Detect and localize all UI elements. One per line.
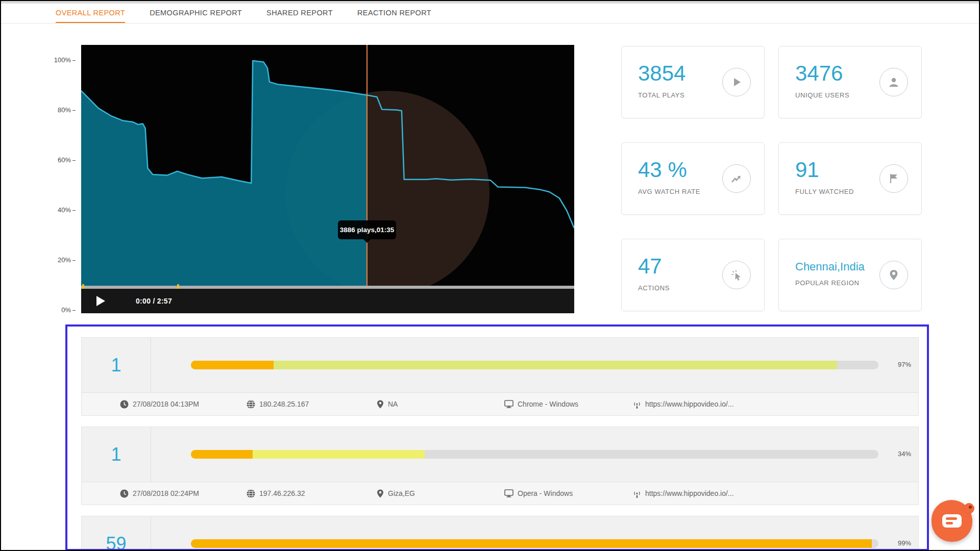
video-player[interactable]: 3886 plays,01:35 0:00 / 2:57 — [81, 45, 574, 313]
play-icon — [722, 68, 751, 96]
session-details-strip: 27/08/2018 02:24PM 197.46.226.32 Giza,EG… — [82, 482, 918, 505]
watch-percent-label: 99% — [898, 539, 911, 547]
y-axis-label-60: 60% — [50, 156, 76, 164]
watch-percent-label: 34% — [898, 450, 911, 458]
watch-percent-label: 97% — [898, 361, 911, 368]
broadcast-icon — [633, 489, 641, 498]
session-browser-text: Opera - Windows — [518, 489, 573, 497]
tab-reaction-report[interactable]: REACTION REPORT — [357, 4, 431, 23]
session-play-count: 59 — [82, 516, 151, 551]
session-ip: 197.46.226.32 — [247, 482, 305, 505]
watch-progress-cell: 99% — [151, 516, 918, 551]
tab-demographic-report[interactable]: DEMOGRAPHIC REPORT — [150, 4, 242, 23]
session-ip-text: 180.248.25.167 — [259, 400, 309, 408]
map-pin-icon — [377, 400, 384, 409]
session-play-count: 1 — [82, 338, 151, 392]
stat-card-total-plays: 3854 TOTAL PLAYS — [621, 46, 765, 118]
cursor-click-icon — [722, 261, 751, 289]
session-datetime-text: 27/08/2018 04:13PM — [133, 400, 199, 408]
session-ip: 180.248.25.167 — [247, 393, 309, 415]
session-datetime: 27/08/2018 04:13PM — [120, 393, 199, 415]
globe-icon — [247, 400, 255, 409]
viewer-session-row[interactable]: 1 34% 27/08/2018 02:24PM 197.46.226.32 — [81, 427, 919, 505]
stat-card-avg-watch-rate: 43 % AVG WATCH RATE — [621, 142, 765, 215]
y-axis-label-20: 20% — [50, 256, 76, 264]
user-icon — [879, 68, 908, 96]
trend-up-icon — [722, 164, 751, 193]
report-tabs-bar: OVERALL REPORT DEMOGRAPHIC REPORT SHARED… — [1, 4, 979, 23]
tab-shared-report[interactable]: SHARED REPORT — [266, 4, 333, 23]
stat-card-popular-region: Chennai,India POPULAR REGION — [778, 239, 922, 311]
session-ip-text: 197.46.226.32 — [259, 489, 305, 497]
y-axis-label-100: 100% — [50, 56, 76, 64]
watched-area-fill — [81, 61, 367, 311]
video-controls-bar: 0:00 / 2:57 — [81, 289, 574, 313]
stats-grid: 3854 TOTAL PLAYS 3476 UNIQUE USERS 43 % … — [621, 46, 922, 311]
y-axis-label-0: 0% — [50, 306, 76, 314]
session-datetime-text: 27/08/2018 02:24PM — [133, 489, 199, 497]
chart-tooltip-label: 3886 plays,01:35 — [340, 226, 395, 234]
watch-progress-bar — [191, 450, 878, 459]
clock-icon — [120, 400, 129, 409]
session-source-url[interactable]: https://www.hippovideo.io/... — [633, 393, 734, 415]
session-details-strip: 27/08/2018 04:13PM 180.248.25.167 NA Chr… — [82, 392, 918, 415]
flag-icon — [879, 164, 908, 193]
session-location-text: Giza,EG — [388, 489, 415, 497]
session-source-url[interactable]: https://www.hippovideo.io/... — [633, 482, 734, 505]
tab-overall-report[interactable]: OVERALL REPORT — [56, 4, 125, 23]
watch-progress-bar — [191, 361, 878, 369]
viewer-sessions-panel: 1 97% 27/08/2018 04:13PM 180.248.25.167 — [65, 324, 929, 551]
play-button[interactable] — [96, 296, 105, 306]
session-browser-text: Chrome - Windows — [518, 400, 578, 408]
clock-icon — [120, 489, 129, 498]
stat-card-unique-users: 3476 UNIQUE USERS — [778, 46, 922, 118]
chart-tooltip: 3886 plays,01:35 — [338, 220, 396, 239]
watch-progress-bar — [191, 539, 878, 548]
broadcast-icon — [633, 400, 641, 409]
session-bar-row: 1 34% — [82, 427, 918, 482]
chat-launcher-button[interactable] — [932, 500, 972, 542]
monitor-icon — [504, 400, 513, 408]
session-location: NA — [377, 393, 398, 415]
video-time: 0:00 / 2:57 — [136, 297, 172, 305]
app-window: OVERALL REPORT DEMOGRAPHIC REPORT SHARED… — [0, 0, 980, 551]
session-datetime: 27/08/2018 02:24PM — [120, 482, 199, 505]
session-url-text[interactable]: https://www.hippovideo.io/... — [645, 400, 734, 408]
map-pin-icon — [879, 261, 908, 289]
monitor-icon — [504, 489, 513, 497]
session-bar-row: 1 97% — [82, 338, 918, 392]
session-location: Giza,EG — [377, 482, 415, 505]
viewer-session-row[interactable]: 1 97% 27/08/2018 04:13PM 180.248.25.167 — [81, 337, 919, 416]
session-play-count: 1 — [82, 427, 151, 482]
tooltip-arrow — [363, 239, 371, 243]
session-url-text[interactable]: https://www.hippovideo.io/... — [645, 489, 734, 497]
map-pin-icon — [377, 489, 384, 498]
session-browser-os: Opera - Windows — [504, 482, 573, 505]
chat-bubble-icon — [942, 514, 962, 528]
playhead-cursor-line[interactable] — [366, 45, 368, 290]
stat-card-fully-watched: 91 FULLY WATCHED — [778, 142, 922, 215]
session-bar-row: 59 99% — [82, 516, 918, 551]
globe-icon — [247, 489, 255, 498]
chat-notification-badge — [964, 503, 974, 514]
watch-progress-cell: 97% — [151, 338, 918, 392]
engagement-area-chart — [81, 45, 574, 313]
stat-card-actions: 47 ACTIONS — [621, 239, 765, 311]
watch-progress-cell: 34% — [151, 427, 918, 482]
session-browser-os: Chrome - Windows — [504, 393, 578, 415]
session-location-text: NA — [388, 400, 398, 408]
viewer-session-row[interactable]: 59 99% — [81, 516, 919, 551]
y-axis-label-80: 80% — [50, 106, 76, 114]
y-axis-label-40: 40% — [50, 206, 76, 214]
